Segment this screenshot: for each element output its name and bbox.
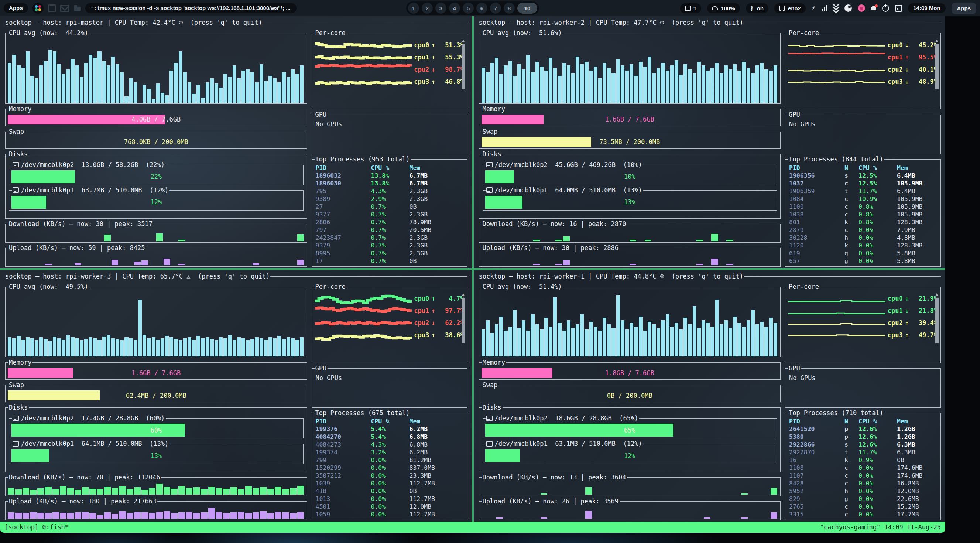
- panel-border: [89, 287, 304, 291]
- tmux-status-left[interactable]: [socktop] 0:fish*: [5, 522, 69, 533]
- memory-panel-body: 4.0GB / 7.6GB: [5, 113, 307, 126]
- process-cell: 0.7%: [371, 258, 409, 264]
- process-row: 10390.0%112.7MB1.44%: [316, 479, 463, 487]
- workspace-indicator[interactable]: 1: [680, 3, 701, 13]
- process-cell: 105.9MB: [897, 180, 937, 187]
- process-row: 7970.7%20.5MB0.26%: [316, 226, 463, 234]
- steam-icon[interactable]: [845, 5, 852, 12]
- pane-columns: CPU avg (now: 51.6%)Memory1.6GB / 7.6GBS…: [479, 28, 941, 267]
- process-cell: g: [845, 250, 859, 257]
- cpu-history-bar: [102, 61, 106, 103]
- cpu-history-bar: [670, 65, 674, 103]
- upload-panel-body: [479, 252, 781, 267]
- cpu-history-bar: [170, 70, 173, 103]
- cpu-history-bar: [589, 322, 593, 357]
- per-core-scrollbar[interactable]: ▲: [460, 38, 466, 107]
- disks-panel: Disks/dev/mmcblk0p2 18.6GB / 28.8GB (65%…: [479, 403, 781, 472]
- per-core-scrollbar[interactable]: ▲: [934, 38, 940, 107]
- scrollbar-thumb[interactable]: [461, 44, 465, 89]
- cpu-history-bar: [688, 70, 692, 103]
- workspace-7[interactable]: 7: [490, 3, 501, 14]
- scrollbar-thumb[interactable]: [935, 298, 939, 343]
- process-cell: g: [845, 258, 859, 264]
- disk-percent-text: 13%: [9, 448, 303, 463]
- mail-icon[interactable]: [60, 5, 69, 12]
- swap-usage-text: 73.5MB / 200.0MB: [479, 135, 781, 148]
- process-cell: 1906359: [789, 188, 845, 195]
- clock[interactable]: 14:09 Mon: [908, 3, 945, 13]
- scrollbar-thumb[interactable]: [461, 298, 465, 343]
- scroll-up-icon[interactable]: ▲: [462, 292, 465, 297]
- cpu-history-bar: [93, 338, 97, 357]
- column-header: PID: [789, 418, 845, 425]
- download-panel-label: Download (KB/s) — now: 30 | peak: 3517: [8, 220, 154, 228]
- process-row: 2922870t11.7%6.3MB0.08%: [789, 448, 937, 456]
- app-grid-icon[interactable]: [32, 3, 44, 14]
- cpu-history-bar: [733, 317, 737, 357]
- upload-bar: [541, 517, 547, 519]
- panel-border: [328, 368, 464, 373]
- network-indicator[interactable]: eno2: [774, 3, 806, 13]
- download-bar: [697, 240, 703, 241]
- disk-icon: [486, 441, 493, 447]
- panel-border: [938, 287, 941, 291]
- cpu-history-bar: [747, 320, 750, 357]
- power-icon[interactable]: [882, 5, 889, 12]
- apps-button[interactable]: Apps: [4, 3, 28, 13]
- bell-icon[interactable]: [871, 6, 876, 10]
- window-title[interactable]: ~: tmux new-session -d -s socktop 'sockt…: [85, 3, 296, 13]
- process-cell: 12.6%: [859, 441, 897, 448]
- scrollbar-thumb[interactable]: [935, 44, 939, 89]
- window-icon[interactable]: [48, 5, 56, 12]
- core-name: cpu0: [888, 41, 903, 49]
- scroll-up-icon[interactable]: ▲: [935, 38, 938, 43]
- workspace-5[interactable]: 5: [463, 3, 474, 14]
- workspace-3[interactable]: 3: [435, 3, 446, 14]
- notification-dot: [875, 5, 878, 7]
- workspace-8[interactable]: 8: [504, 3, 515, 14]
- process-cell: 174.6MB: [897, 472, 937, 479]
- pane-right-column: Per-corecpu0↑51.3%cpu1↑55.3%cpu2↓98.7%cp…: [312, 28, 468, 267]
- volume-indicator[interactable]: 100%: [707, 3, 740, 13]
- history-icon[interactable]: [895, 5, 902, 12]
- folder-icon[interactable]: [74, 6, 81, 11]
- download-bar: [260, 487, 267, 495]
- cpu-history-bar: [679, 330, 683, 357]
- signal-bars-icon[interactable]: [822, 5, 827, 11]
- gpu-panel-body: No GPUs: [312, 119, 468, 154]
- upload-bar: [290, 513, 296, 519]
- process-cell: 0.0%: [859, 480, 897, 487]
- cpu-history-bar: [670, 327, 674, 357]
- cpu-history-bar: [264, 340, 268, 357]
- workspace-4[interactable]: 4: [449, 3, 460, 14]
- layers-icon[interactable]: [834, 4, 838, 13]
- panel-border: [312, 368, 315, 373]
- swap-panel-body: 73.5MB / 200.0MB: [479, 135, 781, 149]
- workspace-1[interactable]: 1: [408, 3, 419, 14]
- scroll-up-icon[interactable]: ▲: [462, 38, 465, 43]
- process-cell: 1108: [789, 464, 845, 471]
- upload-bar: [127, 513, 133, 519]
- bluetooth-indicator[interactable]: ᛒ on: [746, 3, 768, 13]
- process-cell: 0.0%: [859, 487, 897, 495]
- workspace-2[interactable]: 2: [422, 3, 433, 14]
- socktop-pane-0[interactable]: socktop — host: rpi-master | CPU Temp: 4…: [0, 16, 472, 268]
- workspace-10[interactable]: 10: [517, 3, 537, 14]
- scroll-up-icon[interactable]: ▲: [935, 292, 938, 297]
- upload-bar: [178, 512, 185, 519]
- per-core-scrollbar[interactable]: ▲: [460, 292, 466, 361]
- panel-border: [5, 477, 8, 481]
- slack-icon[interactable]: [858, 5, 865, 12]
- apps-button-right[interactable]: Apps: [951, 3, 977, 14]
- workspace-6[interactable]: 6: [476, 3, 487, 14]
- socktop-pane-1[interactable]: socktop — host: rpi-worker-2 | CPU Temp:…: [474, 16, 946, 268]
- socktop-pane-3[interactable]: socktop — host: rpi-worker-1 | CPU Temp:…: [474, 270, 946, 522]
- cpu-history-bar: [116, 339, 119, 357]
- bolt-icon[interactable]: ⚡: [811, 5, 816, 11]
- disk-item-0-label: /dev/mmcblk0p2 17.4GB / 28.8GB (60%): [12, 414, 166, 422]
- process-cell: 2.3GB: [409, 188, 463, 195]
- socktop-pane-2[interactable]: socktop — host: rpi-worker-3 | CPU Temp:…: [0, 270, 472, 522]
- column-header: PID: [789, 164, 845, 171]
- per-core-scrollbar[interactable]: ▲: [934, 292, 940, 361]
- disk-icon-slot: [487, 445, 490, 446]
